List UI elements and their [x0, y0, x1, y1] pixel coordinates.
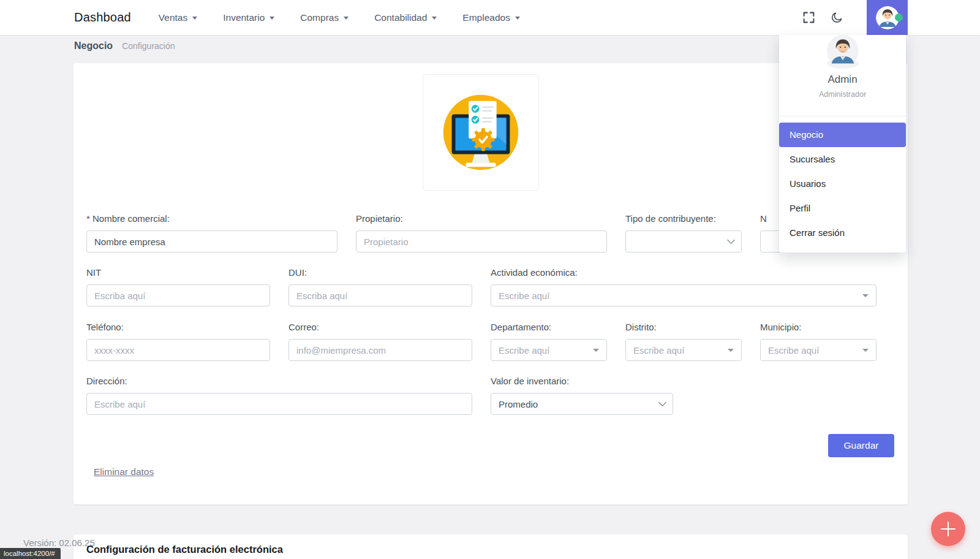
nav-item-ventas[interactable]: Ventas	[146, 0, 210, 35]
distrito-select[interactable]: Escribe aquí	[625, 339, 742, 361]
field-propietario: Propietario:	[356, 213, 607, 253]
status-bar-url: localhost:4200/#	[0, 548, 61, 559]
delete-data-link[interactable]: Eliminar datos	[94, 466, 154, 477]
menu-item-perfil[interactable]: Perfil	[779, 196, 906, 221]
correo-input[interactable]	[288, 339, 472, 361]
nav-item-label: Contabilidad	[374, 12, 427, 23]
billing-config-card: Configuración de facturación electrónica	[74, 534, 908, 559]
page-title: Negocio	[74, 40, 113, 51]
field-label: Propietario:	[356, 213, 607, 224]
field-label: Correo:	[288, 322, 472, 333]
triangle-down-icon	[862, 294, 869, 297]
fullscreen-icon	[802, 11, 815, 24]
field-label: Valor de inventario:	[491, 376, 673, 387]
field-tipo-contribuyente: Tipo de contribuyente:	[625, 213, 742, 253]
chevron-down-icon	[727, 236, 735, 244]
top-navbar: Dashboad Ventas Inventario Compras Conta…	[0, 0, 980, 35]
field-departamento: Departamento: Escribe aquí	[491, 322, 607, 361]
app-screen: Dashboad Ventas Inventario Compras Conta…	[0, 0, 980, 559]
field-dui: DUI:	[288, 267, 472, 306]
chevron-down-icon	[270, 17, 274, 20]
direccion-input[interactable]	[86, 393, 472, 415]
business-logo[interactable]	[423, 74, 539, 191]
tipo-contribuyente-select[interactable]	[625, 230, 742, 253]
breadcrumb: Negocio Configuración	[74, 40, 175, 51]
nav-item-label: Ventas	[159, 12, 187, 23]
online-status-dot	[895, 13, 903, 21]
select-placeholder: Escribe aquí	[499, 345, 549, 356]
field-label: Teléfono:	[86, 322, 270, 333]
field-label: Distrito:	[625, 322, 742, 333]
avatar	[827, 58, 859, 69]
field-distrito: Distrito: Escribe aquí	[625, 322, 742, 361]
menu-item-sucursales[interactable]: Sucursales	[779, 147, 906, 172]
field-label: Actividad económica:	[491, 267, 876, 278]
propietario-input[interactable]	[356, 230, 607, 253]
menu-item-usuarios[interactable]: Usuarios	[779, 172, 906, 196]
chevron-down-icon	[658, 398, 666, 406]
telefono-input[interactable]	[86, 339, 270, 361]
field-label: Departamento:	[491, 322, 607, 333]
chevron-down-icon	[192, 17, 197, 20]
billing-section-title: Configuración de facturación electrónica	[74, 534, 908, 555]
dui-input[interactable]	[288, 284, 472, 306]
field-label: Dirección:	[86, 376, 472, 387]
nit-input[interactable]	[86, 284, 270, 306]
chevron-down-icon	[515, 17, 520, 20]
select-placeholder: Escribe aquí	[768, 345, 819, 356]
select-placeholder: Escribe aquí	[633, 345, 684, 356]
main-nav: Ventas Inventario Compras Contabilidad E…	[146, 0, 533, 35]
triangle-down-icon	[593, 349, 599, 352]
add-button[interactable]	[931, 512, 965, 546]
business-logo-image	[432, 84, 529, 181]
brand-title[interactable]: Dashboad	[74, 10, 131, 25]
field-nit: NIT	[86, 267, 270, 306]
field-label: * Nombre comercial:	[86, 213, 337, 224]
menu-item-cerrar-sesion[interactable]: Cerrar sesión	[779, 221, 906, 245]
chevron-down-icon	[344, 17, 349, 20]
plus-icon	[948, 522, 949, 536]
user-name: Admin	[779, 74, 906, 86]
breadcrumb-section: Configuración	[122, 41, 175, 51]
user-menu-header: Admin Administrador	[779, 35, 906, 116]
moon-icon	[831, 11, 843, 24]
user-menu-list: Negocio Sucursales Usuarios Perfil Cerra…	[779, 123, 906, 245]
nav-item-empleados[interactable]: Empleados	[450, 0, 533, 35]
field-label: DUI:	[288, 267, 472, 278]
field-direccion: Dirección:	[86, 376, 472, 415]
field-actividad-economica: Actividad económica: Escribe aquí	[491, 267, 876, 306]
actividad-economica-select[interactable]: Escribe aquí	[491, 284, 876, 306]
field-label: Tipo de contribuyente:	[625, 213, 742, 224]
nav-item-label: Compras	[300, 12, 339, 23]
nav-item-label: Empleados	[462, 12, 510, 23]
nav-item-compras[interactable]: Compras	[287, 0, 361, 35]
nav-item-label: Inventario	[223, 12, 265, 23]
fullscreen-button[interactable]	[796, 0, 821, 35]
chevron-down-icon	[432, 17, 437, 20]
select-placeholder: Escribe aquí	[499, 291, 549, 301]
nombre-comercial-input[interactable]	[86, 230, 337, 253]
field-label: Municipio:	[760, 322, 876, 333]
field-valor-inventario: Valor de inventario: Promedio	[491, 376, 673, 415]
dark-mode-button[interactable]	[824, 0, 849, 35]
field-telefono: Teléfono:	[86, 322, 270, 361]
municipio-select[interactable]: Escribe aquí	[760, 339, 876, 361]
menu-item-negocio[interactable]: Negocio	[779, 123, 906, 147]
field-label: NIT	[86, 267, 270, 278]
save-button[interactable]: Guardar	[828, 434, 894, 457]
triangle-down-icon	[728, 349, 734, 352]
departamento-select[interactable]: Escribe aquí	[491, 339, 607, 361]
nav-item-inventario[interactable]: Inventario	[210, 0, 287, 35]
user-role: Administrador	[779, 90, 906, 99]
version-label: Versión: 02.06.25	[23, 538, 95, 548]
nav-item-contabilidad[interactable]: Contabilidad	[361, 0, 450, 35]
user-avatar-button[interactable]	[867, 0, 908, 35]
valor-inventario-select[interactable]: Promedio	[491, 393, 673, 415]
field-correo: Correo:	[288, 322, 472, 361]
field-municipio: Municipio: Escribe aquí	[760, 322, 876, 361]
triangle-down-icon	[862, 349, 869, 352]
field-nombre-comercial: * Nombre comercial:	[86, 213, 337, 253]
select-value: Promedio	[499, 399, 538, 409]
user-dropdown-menu: Admin Administrador Negocio Sucursales U…	[779, 35, 906, 253]
